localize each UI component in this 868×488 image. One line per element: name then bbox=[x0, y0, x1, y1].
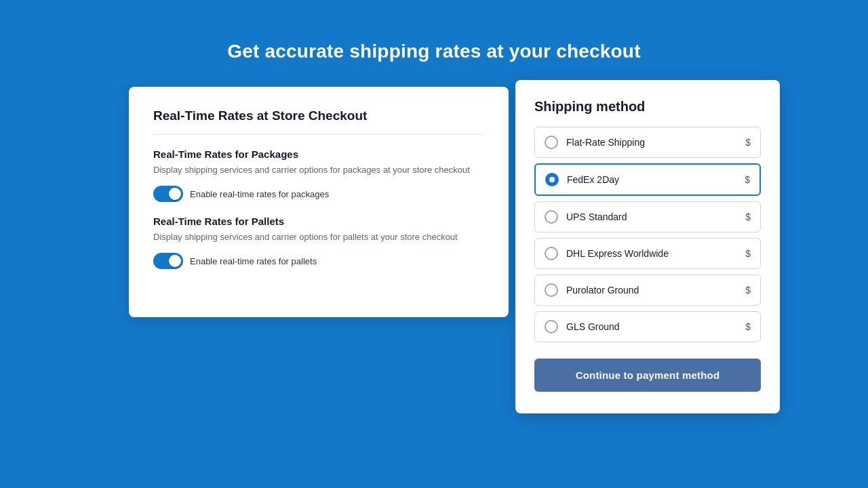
option-name-gls-ground: GLS Ground bbox=[566, 321, 620, 332]
packages-toggle-row: Enable real-time rates for packages bbox=[153, 186, 484, 202]
pallets-toggle-label: Enable real-time rates for pallets bbox=[190, 256, 317, 266]
pallets-section-desc: Display shipping services and carrier op… bbox=[153, 231, 484, 243]
cards-container: Real-Time Rates at Store Checkout Real-T… bbox=[129, 87, 739, 317]
shipping-option-purolator[interactable]: Purolator Ground$ bbox=[534, 274, 761, 306]
option-name-purolator: Purolator Ground bbox=[566, 285, 639, 296]
option-name-dhl-express: DHL Express Worldwide bbox=[566, 248, 669, 259]
radio-purolator bbox=[545, 283, 558, 297]
option-price-purolator: $ bbox=[745, 285, 751, 296]
radio-ups-standard bbox=[545, 210, 558, 224]
pallets-section-title: Real-Time Rates for Pallets bbox=[153, 216, 484, 227]
page-title: Get accurate shipping rates at your chec… bbox=[227, 41, 640, 62]
left-card: Real-Time Rates at Store Checkout Real-T… bbox=[129, 87, 509, 317]
shipping-option-gls-ground[interactable]: GLS Ground$ bbox=[534, 311, 761, 342]
pallets-toggle-row: Enable real-time rates for pallets bbox=[153, 253, 484, 269]
packages-section-title: Real-Time Rates for Packages bbox=[153, 148, 484, 160]
option-name-fedex-2day: FedEx 2Day bbox=[567, 174, 619, 185]
shipping-method-title: Shipping method bbox=[534, 99, 761, 115]
radio-flat-rate bbox=[545, 136, 558, 149]
pallets-toggle[interactable] bbox=[153, 253, 183, 269]
shipping-option-fedex-2day[interactable]: FedEx 2Day$ bbox=[534, 163, 761, 196]
shipping-option-flat-rate[interactable]: Flat-Rate Shipping$ bbox=[534, 127, 761, 158]
option-name-ups-standard: UPS Standard bbox=[566, 211, 627, 222]
shipping-option-ups-standard[interactable]: UPS Standard$ bbox=[534, 201, 761, 232]
option-price-fedex-2day: $ bbox=[745, 174, 750, 185]
radio-gls-ground bbox=[545, 320, 558, 333]
packages-toggle-label: Enable real-time rates for packages bbox=[190, 189, 329, 199]
continue-to-payment-button[interactable]: Continue to payment method bbox=[534, 359, 761, 392]
radio-dhl-express bbox=[545, 247, 558, 260]
packages-section-desc: Display shipping services and carrier op… bbox=[153, 164, 484, 176]
shipping-option-dhl-express[interactable]: DHL Express Worldwide$ bbox=[534, 238, 761, 269]
option-price-ups-standard: $ bbox=[745, 211, 751, 222]
option-price-flat-rate: $ bbox=[745, 137, 751, 148]
right-card: Shipping method Flat-Rate Shipping$FedEx… bbox=[515, 80, 780, 413]
packages-section: Real-Time Rates for Packages Display shi… bbox=[153, 148, 484, 202]
radio-fedex-2day bbox=[545, 173, 559, 186]
pallets-section: Real-Time Rates for Pallets Display ship… bbox=[153, 216, 484, 269]
option-name-flat-rate: Flat-Rate Shipping bbox=[566, 137, 645, 148]
option-price-dhl-express: $ bbox=[745, 248, 751, 259]
shipping-options-list: Flat-Rate Shipping$FedEx 2Day$UPS Standa… bbox=[534, 127, 761, 342]
left-card-title: Real-Time Rates at Store Checkout bbox=[153, 108, 484, 135]
packages-toggle[interactable] bbox=[153, 186, 183, 202]
option-price-gls-ground: $ bbox=[745, 321, 751, 332]
